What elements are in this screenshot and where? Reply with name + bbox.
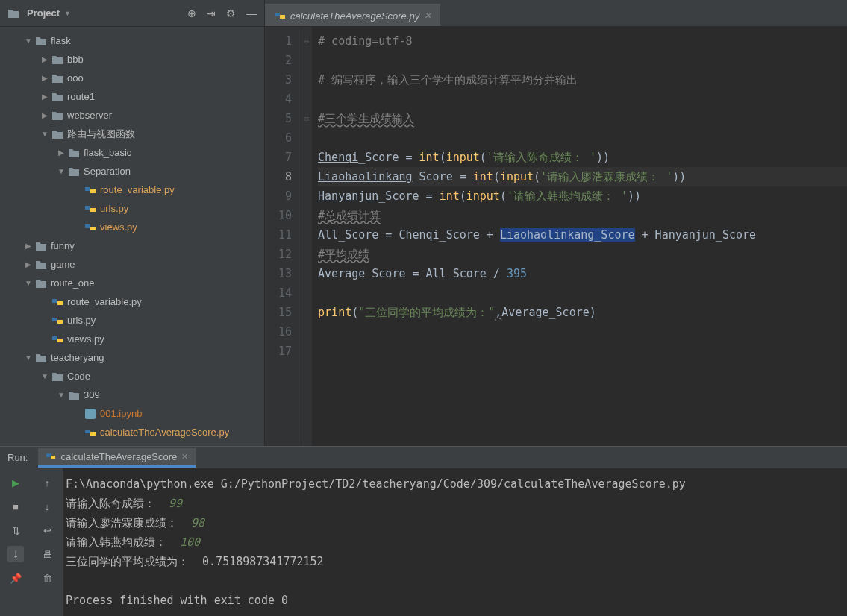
tree-folder[interactable]: ▶game	[0, 255, 264, 274]
project-tree[interactable]: ▼flask ▶bbb ▶ooo ▶route1 ▶webserver ▼路由与…	[0, 27, 264, 446]
project-sidebar: Project ▼ ⊕ ⇥ ⚙ — ▼flask ▶bbb ▶ooo ▶rout…	[0, 0, 265, 446]
run-tab[interactable]: calculateTheAverageScore ✕	[38, 448, 196, 468]
gutter: 1234567891011121314151617	[265, 27, 301, 446]
editor-tab[interactable]: calculateTheAverageScore.py ✕	[265, 4, 440, 26]
tree-folder[interactable]: ▶route1	[0, 87, 264, 106]
locate-icon[interactable]: ⊕	[187, 7, 196, 19]
code-editor[interactable]: 1234567891011121314151617 ⊟⊟ # coding=ut…	[265, 27, 847, 446]
tree-file[interactable]: views.py	[0, 330, 264, 348]
tree-folder[interactable]: ▼teacheryang	[0, 348, 264, 367]
python-icon	[274, 10, 286, 22]
tree-folder[interactable]: ▶bbb	[0, 50, 264, 69]
fold-column: ⊟⊟	[301, 27, 312, 446]
tree-folder[interactable]: ▼309	[0, 386, 264, 404]
gear-icon[interactable]: ⚙	[226, 7, 236, 19]
close-icon[interactable]: ✕	[181, 452, 188, 462]
project-label[interactable]: Project	[27, 7, 60, 19]
tree-folder[interactable]: ▼Code	[0, 367, 264, 386]
rerun-icon[interactable]: ▶	[7, 474, 24, 491]
tree-folder[interactable]: ▼Separation	[0, 162, 264, 180]
project-header: Project ▼ ⊕ ⇥ ⚙ —	[0, 0, 264, 27]
tree-folder[interactable]: ▶ooo	[0, 69, 264, 87]
run-toolbar-left2: ↑ ↓ ↩ 🖶 🗑	[31, 468, 63, 616]
run-tab-label: calculateTheAverageScore	[60, 451, 177, 462]
console-output[interactable]: F:\Anaconda\python.exe G:/PythonProject/…	[63, 468, 847, 616]
tree-folder[interactable]: ▼路由与视图函数	[0, 125, 264, 143]
tree-file[interactable]: route_variable.py	[0, 180, 264, 199]
tree-file[interactable]: 001.ipynb	[0, 404, 264, 423]
tree-folder[interactable]: ▼route_one	[0, 274, 264, 292]
scroll-icon[interactable]: ⭳	[7, 546, 24, 562]
close-icon[interactable]: ✕	[424, 10, 431, 21]
minimize-icon[interactable]: —	[246, 7, 257, 19]
trash-icon[interactable]: 🗑	[39, 570, 55, 586]
tree-file[interactable]: urls.py	[0, 199, 264, 218]
project-icon	[7, 8, 19, 19]
tree-folder[interactable]: ▶funny	[0, 236, 264, 255]
code-body[interactable]: # coding=utf-8 # 编写程序，输入三个学生的成绩计算平均分并输出 …	[312, 27, 847, 446]
up-icon[interactable]: ↑	[39, 474, 55, 491]
python-icon	[46, 451, 56, 462]
tree-folder[interactable]: ▶flask_basic	[0, 143, 264, 162]
editor-pane: calculateTheAverageScore.py ✕ 1234567891…	[265, 0, 847, 446]
expand-icon[interactable]: ⇥	[207, 7, 216, 19]
print-icon[interactable]: 🖶	[39, 546, 55, 562]
tree-file[interactable]: calculateTheAverageScore.py	[0, 423, 264, 441]
run-toolbar-left: ▶ ■ ⇅ ⭳ 📌	[0, 468, 31, 616]
stop-icon[interactable]: ■	[7, 498, 24, 515]
tree-folder[interactable]: ▶webserver	[0, 106, 264, 125]
down-icon[interactable]: ↓	[39, 498, 55, 515]
chevron-down-icon[interactable]: ▼	[64, 10, 71, 17]
run-header: Run: calculateTheAverageScore ✕	[0, 447, 847, 468]
run-label: Run:	[7, 452, 28, 463]
tab-label: calculateTheAverageScore.py	[290, 10, 419, 22]
pin-icon[interactable]: 📌	[7, 570, 24, 586]
tree-file[interactable]: urls.py	[0, 311, 264, 330]
tree-folder[interactable]: ▼flask	[0, 31, 264, 50]
tree-file[interactable]: route_variable.py	[0, 292, 264, 311]
wrap-icon[interactable]: ↩	[39, 522, 55, 538]
run-panel: Run: calculateTheAverageScore ✕ ▶ ■ ⇅ ⭳ …	[0, 446, 847, 616]
editor-tabbar: calculateTheAverageScore.py ✕	[265, 0, 847, 27]
tree-file[interactable]: views.py	[0, 218, 264, 236]
layout-icon[interactable]: ⇅	[7, 522, 24, 538]
svg-rect-0	[85, 409, 96, 419]
